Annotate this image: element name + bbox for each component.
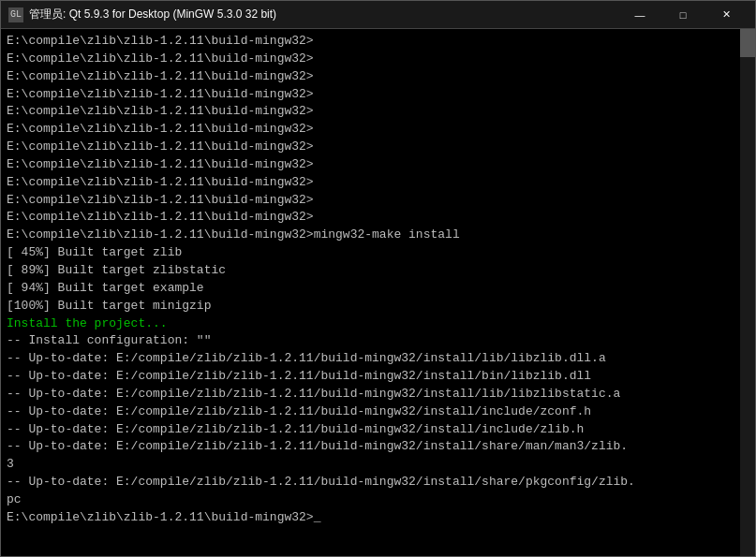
console-line: E:\compile\zlib\zlib-1.2.11\build-mingw3… — [7, 192, 734, 210]
console-line: E:\compile\zlib\zlib-1.2.11\build-mingw3… — [7, 509, 734, 527]
console-line: E:\compile\zlib\zlib-1.2.11\build-mingw3… — [7, 227, 734, 244]
console-line: [ 89%] Built target zlibstatic — [7, 262, 734, 280]
console-line: E:\compile\zlib\zlib-1.2.11\build-mingw3… — [7, 156, 734, 174]
console-line: E:\compile\zlib\zlib-1.2.11\build-mingw3… — [7, 68, 734, 86]
console-line: E:\compile\zlib\zlib-1.2.11\build-mingw3… — [7, 209, 734, 227]
window-title: 管理员: Qt 5.9.3 for Desktop (MinGW 5.3.0 3… — [29, 7, 276, 22]
console-line: E:\compile\zlib\zlib-1.2.11\build-mingw3… — [7, 86, 734, 104]
console-line: -- Install configuration: "" — [7, 332, 734, 350]
title-bar-left: GL 管理员: Qt 5.9.3 for Desktop (MinGW 5.3.… — [8, 7, 276, 22]
minimize-button[interactable]: — — [618, 1, 661, 29]
console-line: -- Up-to-date: E:/compile/zlib/zlib-1.2.… — [7, 421, 734, 439]
console-line: [100%] Built target minigzip — [7, 298, 734, 315]
console-wrapper: E:\compile\zlib\zlib-1.2.11\build-mingw3… — [1, 29, 755, 556]
scrollbar[interactable] — [740, 29, 755, 556]
console-line: -- Up-to-date: E:/compile/zlib/zlib-1.2.… — [7, 438, 734, 456]
console-line: [ 45%] Built target zlib — [7, 244, 734, 262]
app-icon: GL — [8, 7, 23, 22]
title-bar: GL 管理员: Qt 5.9.3 for Desktop (MinGW 5.3.… — [1, 1, 755, 29]
console-line: pc — [7, 491, 734, 509]
console-line: -- Up-to-date: E:/compile/zlib/zlib-1.2.… — [7, 350, 734, 368]
console-line: E:\compile\zlib\zlib-1.2.11\build-mingw3… — [7, 51, 734, 68]
console-line: E:\compile\zlib\zlib-1.2.11\build-mingw3… — [7, 103, 734, 121]
console-line: -- Up-to-date: E:/compile/zlib/zlib-1.2.… — [7, 474, 734, 491]
console-line: [ 94%] Built target example — [7, 280, 734, 298]
console-line: E:\compile\zlib\zlib-1.2.11\build-mingw3… — [7, 174, 734, 192]
console-line: E:\compile\zlib\zlib-1.2.11\build-mingw3… — [7, 33, 734, 51]
console-line: -- Up-to-date: E:/compile/zlib/zlib-1.2.… — [7, 386, 734, 403]
console-line: E:\compile\zlib\zlib-1.2.11\build-mingw3… — [7, 139, 734, 156]
scrollbar-thumb[interactable] — [740, 29, 755, 57]
title-controls: — □ ✕ — [618, 1, 748, 29]
console-line: Install the project... — [7, 315, 734, 333]
console-line: -- Up-to-date: E:/compile/zlib/zlib-1.2.… — [7, 403, 734, 421]
console-line: 3 — [7, 456, 734, 474]
console-line: -- Up-to-date: E:/compile/zlib/zlib-1.2.… — [7, 368, 734, 386]
maximize-button[interactable]: □ — [661, 1, 704, 29]
close-button[interactable]: ✕ — [704, 1, 748, 29]
console-output[interactable]: E:\compile\zlib\zlib-1.2.11\build-mingw3… — [1, 29, 740, 556]
console-line: E:\compile\zlib\zlib-1.2.11\build-mingw3… — [7, 121, 734, 139]
window: GL 管理员: Qt 5.9.3 for Desktop (MinGW 5.3.… — [0, 0, 756, 557]
